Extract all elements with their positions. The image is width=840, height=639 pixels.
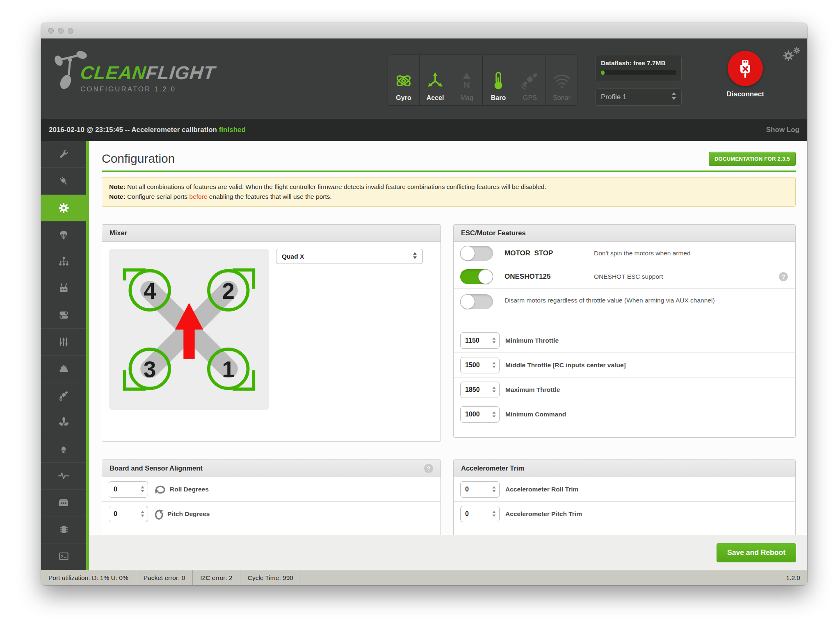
sidebar-item-cli[interactable] (41, 543, 86, 570)
sidebar-item-ports[interactable] (41, 168, 86, 194)
disconnect-button[interactable]: Disconnect (706, 51, 784, 98)
stepper-arrows-icon[interactable] (492, 486, 499, 492)
page-title: Configuration (102, 152, 175, 166)
help-icon[interactable]: ? (779, 272, 788, 281)
window-titlebar (41, 23, 807, 39)
sidebar-item-adjustments[interactable] (41, 329, 86, 355)
waveform-icon (58, 470, 69, 482)
profile-select-value: Profile 1 (601, 93, 626, 101)
stepper-arrows-icon[interactable] (492, 387, 499, 393)
sidebar-item-configuration[interactable] (41, 195, 86, 221)
accel-roll-trim-stepper[interactable] (460, 481, 500, 498)
gps-icon (520, 71, 540, 91)
window-zoom-button[interactable] (68, 28, 73, 34)
help-icon[interactable]: ? (424, 464, 433, 473)
sidebar-item-motors[interactable] (41, 409, 86, 436)
brand-subtitle: CONFIGURATOR 1.2.0 (80, 85, 215, 93)
sidebar-item-sensors[interactable] (41, 463, 86, 489)
accel-roll-trim-input[interactable] (461, 486, 485, 493)
stepper-arrows-icon[interactable] (492, 362, 499, 368)
plug-icon (58, 175, 69, 186)
feature-description: Disarm motors regardless of throttle val… (504, 294, 788, 305)
minimum-command-row: Minimum Command (454, 402, 795, 427)
stepper-arrows-icon[interactable] (492, 412, 499, 418)
select-arrows-icon (671, 92, 676, 102)
sensor-label: Gyro (396, 94, 411, 102)
board-panel-header: Board and Sensor Alignment ? (102, 460, 441, 477)
app-window: CLEANFLIGHT CONFIGURATOR 1.2.0 Gyro Ac (41, 23, 807, 585)
minimum-throttle-input[interactable] (461, 337, 485, 344)
accel-trim-panel-header: Accelerometer Trim (454, 460, 795, 477)
minimum-throttle-stepper[interactable] (460, 332, 500, 349)
sidebar-item-dataflash[interactable] (41, 516, 86, 543)
feature-row-disarm-aux: Disarm motors regardless of throttle val… (454, 289, 795, 328)
sidebar-item-tethered-logging[interactable] (41, 490, 86, 516)
sidebar-item-servos[interactable] (41, 356, 86, 382)
log-bar: 2016-02-10 @ 23:15:45 -- Accelerometer c… (41, 119, 807, 141)
accel-pitch-trim-stepper[interactable] (460, 506, 500, 522)
roll-degrees-stepper[interactable] (109, 481, 148, 498)
documentation-button[interactable]: DOCUMENTATION FOR 2.3.5 (709, 152, 796, 166)
profile-select[interactable]: Profile 1 (596, 88, 682, 106)
content-footer: Save and Reboot (89, 535, 807, 570)
mixer-type-select[interactable]: Quad X (276, 249, 423, 264)
sensor-gyro: Gyro (388, 55, 420, 105)
window-close-button[interactable] (48, 28, 54, 34)
window-minimize-button[interactable] (58, 28, 64, 34)
baro-icon (488, 71, 508, 91)
mixer-type-value: Quad X (282, 253, 304, 260)
parachute-icon (58, 230, 69, 240)
minimum-command-stepper[interactable] (460, 406, 500, 423)
save-and-reboot-button[interactable]: Save and Reboot (717, 543, 796, 562)
i2c-error-status: I2C error: 2 (193, 570, 240, 585)
stepper-arrows-icon[interactable] (492, 337, 499, 343)
roll-degrees-input[interactable] (109, 486, 134, 493)
sidebar-item-led-strip[interactable] (41, 436, 86, 463)
motor-stop-toggle[interactable] (460, 246, 493, 261)
feature-name: MOTOR_STOP (504, 249, 594, 257)
accel-pitch-trim-input[interactable] (461, 510, 485, 518)
sensor-accel: Accel (420, 55, 451, 105)
brand-block: CLEANFLIGHT CONFIGURATOR 1.2.0 (80, 62, 215, 93)
stepper-arrows-icon[interactable] (141, 486, 148, 492)
sidebar-item-failsafe[interactable] (41, 221, 86, 248)
sidebar-item-gps[interactable] (41, 382, 86, 409)
pitch-degrees-input[interactable] (109, 510, 134, 518)
sidebar-item-pid-tuning[interactable] (41, 248, 86, 275)
minimum-throttle-row: Minimum Throttle (454, 328, 795, 353)
disarm-aux-toggle[interactable] (460, 294, 493, 309)
field-label: Accelerometer Pitch Trim (505, 510, 582, 518)
title-underline (102, 171, 796, 172)
motor-number: 3 (144, 357, 156, 382)
sensor-label: Sonar (553, 94, 571, 102)
roll-degrees-row: Roll Degrees (102, 477, 441, 502)
maximum-throttle-input[interactable] (461, 386, 485, 393)
sidebar-item-modes[interactable] (41, 302, 86, 329)
field-label: Maximum Throttle (505, 386, 560, 393)
maximum-throttle-row: Maximum Throttle (454, 377, 795, 402)
oneshot125-toggle[interactable] (460, 269, 493, 284)
motor-number: 2 (222, 278, 235, 303)
field-label: Accelerometer Roll Trim (505, 486, 578, 493)
feature-row-oneshot125: ONESHOT125 ONESHOT ESC support ? (454, 265, 795, 289)
cassette-icon (58, 497, 69, 509)
roll-rotation-icon (154, 484, 166, 494)
stepper-arrows-icon[interactable] (141, 511, 148, 517)
dataflash-label: Dataflash: free 7.7MB (601, 59, 676, 67)
feature-row-motor-stop: MOTOR_STOP Don't spin the motors when ar… (454, 242, 795, 265)
sidebar-item-setup[interactable] (41, 141, 86, 168)
pitch-degrees-stepper[interactable] (109, 506, 148, 522)
maximum-throttle-stepper[interactable] (460, 382, 500, 398)
settings-gears-icon[interactable] (780, 45, 801, 67)
sensor-gps: GPS (514, 55, 546, 105)
pot-icon (58, 363, 69, 374)
minimum-command-input[interactable] (461, 411, 485, 418)
chip-icon (58, 524, 69, 535)
esc-motor-features-panel: ESC/Motor Features MOTOR_STOP Don't spin… (453, 224, 796, 438)
note-box: Note: Not all combinations of features a… (102, 177, 796, 207)
show-log-button[interactable]: Show Log (766, 126, 799, 134)
sidebar-item-receiver[interactable] (41, 275, 86, 302)
middle-throttle-input[interactable] (461, 362, 485, 369)
middle-throttle-stepper[interactable] (460, 357, 500, 373)
stepper-arrows-icon[interactable] (492, 511, 499, 517)
